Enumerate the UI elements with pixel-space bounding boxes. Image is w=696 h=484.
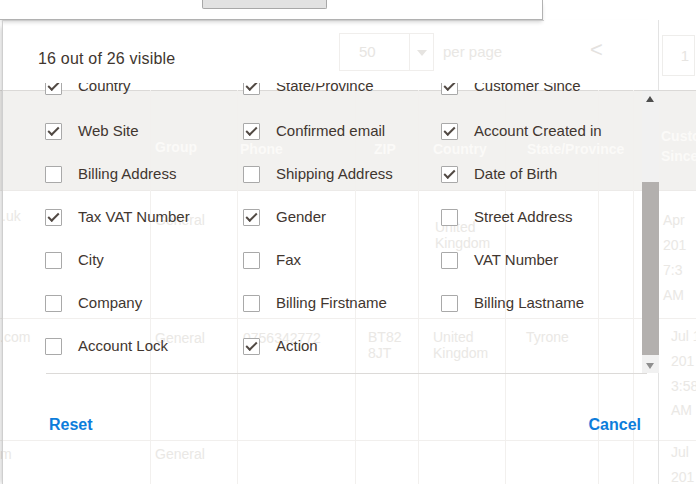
grid-cell-fragment: AM [671,403,692,418]
checkbox[interactable] [243,123,260,140]
checkbox[interactable] [441,295,458,312]
column-toggle-row: Country State/Province Customer Since [3,83,659,95]
grid-cell-fragment: 3:58 [671,379,696,394]
page: GroupPhoneZIPCountryState/ProvinceCustom… [0,0,696,484]
checkbox[interactable] [45,295,62,312]
reset-button[interactable]: Reset [49,416,93,434]
column-label: VAT Number [474,251,558,269]
column-label: Account Lock [78,337,168,355]
column-toggle[interactable]: Account Created in [441,122,602,140]
column-label: Company [78,294,142,312]
column-label: Account Created in [474,122,602,140]
grid-cell-fragment: Jul [671,445,689,460]
checkbox[interactable] [243,166,260,183]
checkbox[interactable] [441,123,458,140]
column-toggle[interactable]: Account Lock [45,337,168,355]
scrollbar[interactable] [642,90,659,373]
column-toggle[interactable]: Billing Address [45,165,176,183]
checkbox[interactable] [45,166,62,183]
checkbox[interactable] [45,123,62,140]
checkbox[interactable] [243,83,260,95]
checkbox[interactable] [243,338,260,355]
grid-cell-fragment: 7:3 [663,263,682,278]
column-toggle[interactable]: Customer Since [441,83,581,95]
checkbox[interactable] [243,252,260,269]
column-toggle[interactable]: Confirmed email [243,122,385,140]
columns-scroll-area: Country State/Province Customer Since We… [3,83,659,373]
column-label: Street Address [474,208,572,226]
cancel-button[interactable]: Cancel [589,416,641,434]
dropdown-top-border [3,20,544,21]
column-toggle[interactable]: Shipping Address [243,165,393,183]
grid-cell-fragment: 201 [663,238,686,253]
column-toggle[interactable]: Action [243,337,318,355]
checkbox[interactable] [45,83,62,95]
checkbox[interactable] [441,209,458,226]
column-toggle[interactable]: Tax VAT Number [45,208,190,226]
column-toggle[interactable]: Gender [243,208,326,226]
checkbox[interactable] [243,295,260,312]
column-label: Web Site [78,122,139,140]
column-toggle[interactable]: Web Site [45,122,139,140]
grid-cell-fragment: 201 [671,470,694,484]
column-label: Action [276,337,318,355]
column-label: Billing Firstname [276,294,387,312]
column-toggle[interactable]: State/Province [243,83,374,95]
column-label: Date of Birth [474,165,557,183]
column-toggle-row: City Fax VAT Number [3,251,659,269]
column-label: Tax VAT Number [78,208,190,226]
column-label: Billing Lastname [474,294,584,312]
column-label: Shipping Address [276,165,393,183]
checkbox[interactable] [45,252,62,269]
column-toggle[interactable]: City [45,251,104,269]
scrollbar-up-icon[interactable] [642,91,659,107]
checkbox[interactable] [441,252,458,269]
column-label: State/Province [276,83,374,95]
column-toggle[interactable]: Billing Lastname [441,294,584,312]
scrollbar-thumb[interactable] [642,182,659,355]
column-toggle-row: Web Site Confirmed email Account Created… [3,122,659,140]
column-label: Fax [276,251,301,269]
grid-cell-fragment: AM [663,288,684,303]
column-toggle[interactable]: Country [45,83,131,95]
checkbox[interactable] [243,209,260,226]
column-toggle-row: Billing Address Shipping Address Date of… [3,165,659,183]
grid-cell-fragment: Apr [663,213,685,228]
checkbox[interactable] [45,338,62,355]
visibility-summary: 16 out of 26 visible [38,50,175,68]
grid-cell-fragment: 201 [671,354,694,369]
column-label: Billing Address [78,165,176,183]
column-toggle[interactable]: VAT Number [441,251,558,269]
scrollbar-down-icon[interactable] [642,357,659,373]
column-toggle[interactable]: Billing Firstname [243,294,387,312]
column-toggle[interactable]: Company [45,294,142,312]
column-label: Confirmed email [276,122,385,140]
column-toggle-row: Account Lock Action [3,337,659,355]
checkbox[interactable] [45,209,62,226]
checkbox[interactable] [441,83,458,95]
current-page-value: 1 [681,47,689,64]
columns-dropdown: 16 out of 26 visible Country State/Provi… [2,20,659,484]
dropdown-footer-divider [46,373,647,374]
column-toggle[interactable]: Fax [243,251,301,269]
checkbox[interactable] [441,166,458,183]
column-label: City [78,251,104,269]
column-toggle-row: Company Billing Firstname Billing Lastna… [3,294,659,312]
column-label: Gender [276,208,326,226]
column-toggle[interactable]: Street Address [441,208,572,226]
columns-button[interactable] [202,0,327,9]
grid-cell-fragment: Jul 1 [671,329,696,344]
column-label: Country [78,83,131,95]
column-label: Customer Since [474,83,581,95]
column-toggle[interactable]: Date of Birth [441,165,557,183]
column-toggle-row: Tax VAT Number Gender Street Address [3,208,659,226]
current-page-box: 1 [662,35,695,76]
grid-toolbar [0,0,543,20]
grid-header-label: Customer Since [661,126,696,166]
